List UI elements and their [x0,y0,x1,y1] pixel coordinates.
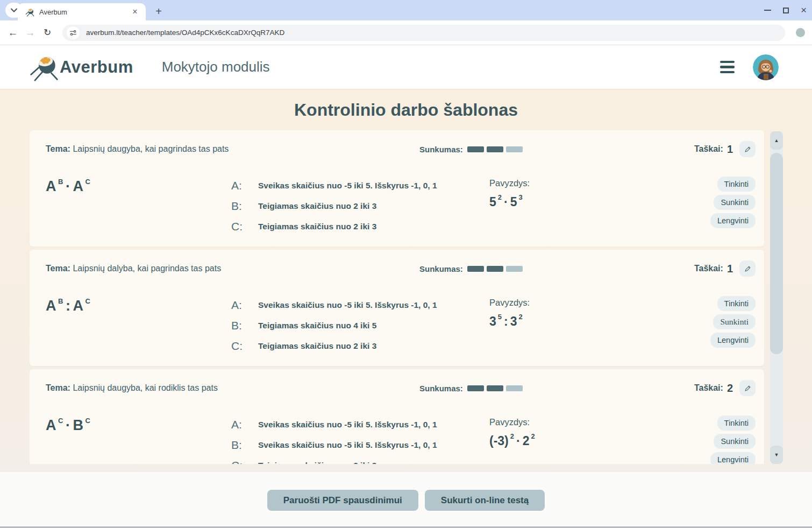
harder-button[interactable]: Sunkinti [713,314,756,329]
page-title: Kontrolinio darbo šablonas [0,100,812,124]
points-group: Taškai:1 [694,141,756,157]
param-row: B:Teigiamas skaičius nuo 4 iki 5 [231,318,479,333]
difficulty-bars [467,385,523,391]
example: Pavyzdys: 35:32 [479,298,686,359]
window-maximize-icon[interactable] [783,8,789,13]
difficulty-indicator: Sunkumas: [419,145,694,154]
window-close-icon[interactable]: × [801,6,807,14]
points-group: Taškai:2 [694,380,756,396]
param-row: A:Sveikas skaičius nuo -5 iki 5. Išskyru… [231,298,479,313]
edit-points-button[interactable] [739,261,756,277]
difficulty-indicator: Sunkumas: [419,384,694,393]
example-formula: (-3)2·22 [489,434,686,448]
example: Pavyzdys: (-3)2·22 [479,417,686,464]
browser-profile-icon[interactable] [796,28,805,37]
param-row: A:Sveikas skaičius nuo -5 iki 5. Išskyru… [231,178,479,193]
param-row: C:Teigiamas skaičius nuo 2 iki 3 [231,219,479,234]
scrollbar-thumb[interactable] [770,153,783,354]
points-group: Taškai:1 [694,261,756,277]
back-icon[interactable]: ← [4,24,22,41]
param-row: C:Teigiamas skaičius nuo 2 iki 3 [231,339,479,354]
template-card: Tema: Laipsnių dalyba, kai pagrindas tas… [30,250,764,366]
template-cards: Tema: Laipsnių daugyba, kai pagrindas ta… [30,130,764,464]
forward-icon[interactable]: → [22,24,39,41]
points-value: 1 [727,263,733,275]
reload-icon[interactable]: ↻ [39,24,56,41]
card-actions: Tinkinti Sunkinti Lengvinti [686,416,756,464]
url-bar[interactable]: averbum.lt/teacher/templates/OAd4pCKx6cK… [62,25,785,41]
easier-button[interactable]: Lengvinti [710,213,756,228]
difficulty-bars [467,146,523,152]
easier-button[interactable]: Lengvinti [710,333,756,348]
pencil-icon [744,384,752,392]
parameters: A:Sveikas skaičius nuo -5 iki 5. Išskyru… [231,178,479,240]
parameters: A:Sveikas skaičius nuo -5 iki 5. Išskyru… [231,298,479,359]
browser-tabstrip: Averbum × + × [0,0,812,20]
tab-title: Averbum [39,8,130,16]
customize-button[interactable]: Tinkinti [717,177,756,192]
new-tab-icon[interactable]: + [152,4,166,18]
screen: Averbum × + × ← → ↻ averbum.lt/teacher/t… [0,0,812,528]
card-topic: Tema: Laipsnių daugyba, kai rodiklis tas… [46,383,419,393]
difficulty-indicator: Sunkumas: [419,264,694,273]
param-row: B:Teigiamas skaičius nuo 2 iki 3 [231,199,479,214]
menu-icon[interactable] [718,59,737,76]
parameters: A:Sveikas skaičius nuo -5 iki 5. Išskyru… [231,417,479,464]
footer-actions: Paruošti PDF spausdinimui Sukurti on-lin… [0,472,812,528]
scrollbar[interactable]: ▲ ▼ [770,131,783,464]
example-formula: 35:32 [489,314,686,329]
harder-button[interactable]: Sunkinti [714,434,756,449]
card-actions: Tinkinti Sunkinti Lengvinti [686,296,756,359]
param-row: B:Sveikas skaičius nuo -5 iki 5. Išskyru… [231,438,479,453]
param-row: C:Teigiamas skaičius nuo 2 iki 3 [231,458,479,464]
customize-button[interactable]: Tinkinti [717,416,756,431]
rule-formula: AB·AC [46,178,231,240]
edit-points-button[interactable] [739,141,756,157]
favicon-averbum-icon [25,8,34,17]
module-title: Mokytojo modulis [162,59,270,75]
window-minimize-icon[interactable] [764,10,771,11]
easier-button[interactable]: Lengvinti [710,452,756,464]
customize-button[interactable]: Tinkinti [717,296,756,311]
template-card: Tema: Laipsnių daugyba, kai pagrindas ta… [30,130,764,247]
browser-tab[interactable]: Averbum × [18,3,146,20]
prepare-pdf-button[interactable]: Paruošti PDF spausdinimui [267,490,418,511]
example-formula: 52·53 [489,195,686,209]
scroll-up-icon[interactable]: ▲ [770,131,783,150]
create-online-test-button[interactable]: Sukurti on-line testą [425,490,545,511]
rule-formula: AC·BC [46,417,231,464]
pencil-icon [744,265,752,273]
brand-name: Averbum [60,58,133,77]
points-value: 2 [727,382,733,395]
param-row: A:Sveikas skaičius nuo -5 iki 5. Išskyru… [231,417,479,432]
example: Pavyzdys: 52·53 [479,178,686,240]
edit-points-button[interactable] [739,380,756,396]
harder-button[interactable]: Sunkinti [714,195,756,210]
template-card: Tema: Laipsnių daugyba, kai rodiklis tas… [30,369,764,464]
url-text: averbum.lt/teacher/templates/OAd4pCKx6cK… [86,29,284,37]
averbum-logo-icon [30,53,59,82]
browser-toolbar: ← → ↻ averbum.lt/teacher/templates/OAd4p… [0,20,812,45]
difficulty-bars [467,266,523,272]
tab-close-icon[interactable]: × [130,6,140,17]
scroll-down-icon[interactable]: ▼ [770,446,783,464]
site-info-icon[interactable] [67,26,80,39]
pencil-icon [744,145,752,153]
card-actions: Tinkinti Sunkinti Lengvinti [686,177,756,240]
user-avatar[interactable] [753,54,779,80]
points-value: 1 [727,143,733,156]
card-topic: Tema: Laipsnių daugyba, kai pagrindas ta… [46,144,419,154]
rule-formula: AB:AC [46,298,231,359]
site-header: Averbum Mokytojo modulis [0,45,812,89]
card-topic: Tema: Laipsnių dalyba, kai pagrindas tas… [46,264,419,273]
content-area: Kontrolinio darbo šablonas Tema: Laipsni… [0,89,812,472]
